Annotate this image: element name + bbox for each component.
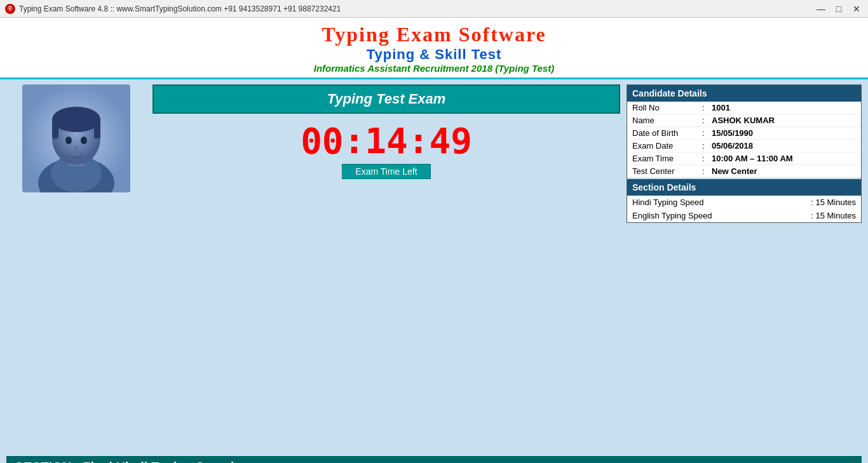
svg-rect-6: [52, 119, 58, 138]
app-title-main: Typing Exam Software: [0, 23, 868, 46]
exam-date-value: 05/06/2018: [712, 141, 753, 151]
timer-display: 00:14:49: [153, 120, 620, 161]
section-details-header: Section Details: [627, 179, 861, 196]
test-center-value: New Center: [712, 166, 757, 176]
exam-subtitle: Informatics Assistant Recruitment 2018 (…: [0, 63, 868, 74]
minimize-button[interactable]: —: [815, 3, 827, 15]
name-value: ASHOK KUMAR: [712, 116, 775, 125]
dob-key: Date of Birth: [632, 128, 702, 138]
exam-time-row: Exam Time : 10:00 AM – 11:00 AM: [627, 152, 861, 165]
typing-test-header: Typing Test Exam: [153, 84, 620, 114]
timer-container: 00:14:49 Exam Time Left: [153, 117, 620, 179]
center-panel: Typing Test Exam 00:14:49 Exam Time Left: [153, 84, 620, 451]
roll-no-key: Roll No: [632, 103, 702, 112]
svg-point-9: [81, 137, 87, 144]
candidate-details-header: Candidate Details: [627, 85, 861, 102]
hindi-speed-value: : 15 Minutes: [811, 198, 856, 207]
hindi-speed-label: Hindi Typing Speed: [632, 198, 704, 207]
svg-rect-7: [94, 119, 100, 138]
hindi-speed-row: Hindi Typing Speed : 15 Minutes: [627, 196, 861, 209]
name-row: Name : ASHOK KUMAR: [627, 114, 861, 127]
english-speed-value: : 15 Minutes: [811, 211, 856, 220]
test-center-key: Test Center: [632, 166, 702, 176]
exam-time-value: 10:00 AM – 11:00 AM: [712, 154, 793, 163]
candidate-details: Candidate Details Roll No : 1001 Name : …: [627, 84, 862, 223]
app-header: Typing Exam Software Typing & Skill Test…: [0, 18, 868, 79]
english-speed-label: English Typing Speed: [632, 211, 712, 220]
main-area: Typing Test Exam 00:14:49 Exam Time Left…: [0, 79, 868, 456]
right-panel: Candidate Details Roll No : 1001 Name : …: [627, 84, 862, 451]
exam-date-key: Exam Date: [632, 141, 702, 151]
bottom-area: SECTION : Final Hindi Typing Speed Read …: [0, 456, 868, 463]
app-icon: ®: [5, 4, 15, 14]
maximize-button[interactable]: □: [832, 3, 845, 15]
english-speed-row: English Typing Speed : 15 Minutes: [627, 209, 861, 222]
roll-no-value: 1001: [712, 103, 730, 112]
dob-value: 15/05/1990: [712, 128, 753, 138]
left-panel: [6, 84, 146, 451]
svg-point-5: [52, 107, 100, 132]
titlebar: ® Typing Exam Software 4.8 :: www.SmartT…: [0, 0, 868, 18]
section-banner: SECTION : Final Hindi Typing Speed: [6, 456, 862, 463]
candidate-avatar: [22, 84, 130, 192]
app-title-sub: Typing & Skill Test: [0, 46, 868, 63]
exam-date-row: Exam Date : 05/06/2018: [627, 140, 861, 152]
close-button[interactable]: ✕: [850, 3, 863, 15]
titlebar-title: Typing Exam Software 4.8 :: www.SmartTyp…: [19, 4, 815, 13]
roll-no-row: Roll No : 1001: [627, 102, 861, 114]
exam-time-label: Exam Time Left: [342, 164, 430, 179]
dob-row: Date of Birth : 15/05/1990: [627, 127, 861, 140]
test-center-row: Test Center : New Center: [627, 165, 861, 178]
exam-time-key: Exam Time: [632, 154, 702, 163]
svg-point-10: [74, 145, 78, 151]
svg-point-8: [65, 137, 72, 144]
titlebar-controls: — □ ✕: [815, 3, 863, 15]
name-key: Name: [632, 116, 702, 125]
